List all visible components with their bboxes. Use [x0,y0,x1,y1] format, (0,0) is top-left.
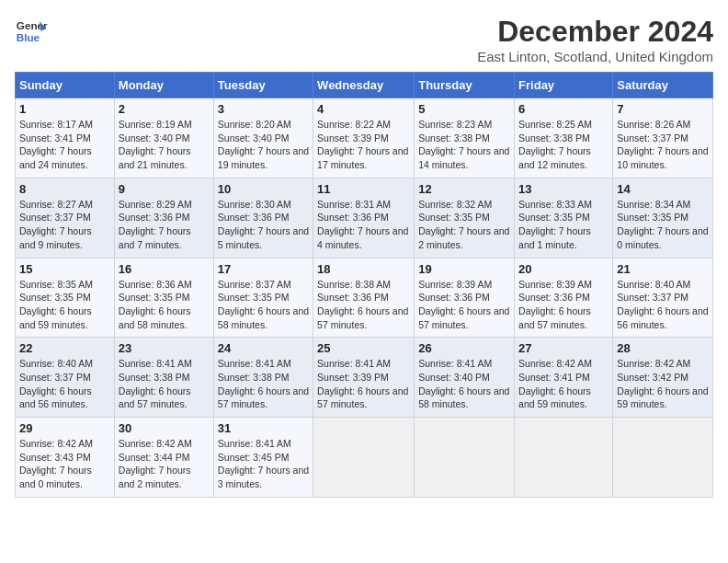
calendar-cell: 17Sunrise: 8:37 AM Sunset: 3:35 PM Dayli… [213,258,313,338]
day-number: 15 [19,262,110,276]
day-header-wednesday: Wednesday [313,73,415,98]
calendar-cell: 24Sunrise: 8:41 AM Sunset: 3:38 PM Dayli… [213,338,313,418]
day-number: 11 [317,182,410,196]
calendar-week-row: 22Sunrise: 8:40 AM Sunset: 3:37 PM Dayli… [16,338,713,418]
cell-info: Sunrise: 8:41 AM Sunset: 3:39 PM Dayligh… [317,358,408,409]
calendar-cell: 6Sunrise: 8:25 AM Sunset: 3:38 PM Daylig… [515,98,613,178]
day-number: 21 [617,262,709,276]
day-header-friday: Friday [515,73,613,98]
day-number: 25 [317,341,410,355]
calendar-cell: 12Sunrise: 8:32 AM Sunset: 3:35 PM Dayli… [415,178,515,258]
cell-info: Sunrise: 8:26 AM Sunset: 3:37 PM Dayligh… [617,119,708,170]
calendar-table: SundayMondayTuesdayWednesdayThursdayFrid… [15,72,713,498]
calendar-cell: 18Sunrise: 8:38 AM Sunset: 3:36 PM Dayli… [313,258,415,338]
day-header-monday: Monday [114,73,213,98]
cell-info: Sunrise: 8:39 AM Sunset: 3:36 PM Dayligh… [418,279,509,330]
cell-info: Sunrise: 8:42 AM Sunset: 3:41 PM Dayligh… [518,358,592,409]
calendar-week-row: 15Sunrise: 8:35 AM Sunset: 3:35 PM Dayli… [16,258,713,338]
calendar-cell: 9Sunrise: 8:29 AM Sunset: 3:36 PM Daylig… [114,178,213,258]
day-number: 28 [617,341,709,355]
calendar-cell [313,418,415,498]
day-number: 22 [19,341,110,355]
day-number: 8 [19,182,110,196]
svg-text:Blue: Blue [17,31,40,43]
calendar-cell: 10Sunrise: 8:30 AM Sunset: 3:36 PM Dayli… [213,178,313,258]
logo-icon: General Blue [15,15,48,48]
day-number: 5 [418,102,510,116]
calendar-cell: 7Sunrise: 8:26 AM Sunset: 3:37 PM Daylig… [613,98,713,178]
calendar-cell: 11Sunrise: 8:31 AM Sunset: 3:36 PM Dayli… [313,178,415,258]
day-number: 14 [617,182,709,196]
cell-info: Sunrise: 8:36 AM Sunset: 3:35 PM Dayligh… [119,279,192,330]
cell-info: Sunrise: 8:34 AM Sunset: 3:35 PM Dayligh… [617,199,708,250]
day-number: 1 [19,102,110,116]
cell-info: Sunrise: 8:35 AM Sunset: 3:35 PM Dayligh… [19,279,93,330]
day-number: 10 [218,182,309,196]
cell-info: Sunrise: 8:27 AM Sunset: 3:37 PM Dayligh… [19,199,93,250]
cell-info: Sunrise: 8:39 AM Sunset: 3:36 PM Dayligh… [518,279,592,330]
day-number: 4 [317,102,410,116]
day-header-saturday: Saturday [613,73,713,98]
cell-info: Sunrise: 8:41 AM Sunset: 3:38 PM Dayligh… [119,358,192,409]
calendar-cell: 30Sunrise: 8:42 AM Sunset: 3:44 PM Dayli… [114,418,213,498]
calendar-cell: 1Sunrise: 8:17 AM Sunset: 3:41 PM Daylig… [16,98,115,178]
day-number: 17 [218,262,309,276]
calendar-cell: 29Sunrise: 8:42 AM Sunset: 3:43 PM Dayli… [16,418,115,498]
day-number: 27 [518,341,609,355]
day-number: 6 [518,102,609,116]
calendar-cell: 16Sunrise: 8:36 AM Sunset: 3:35 PM Dayli… [114,258,213,338]
cell-info: Sunrise: 8:41 AM Sunset: 3:40 PM Dayligh… [418,358,509,409]
cell-info: Sunrise: 8:32 AM Sunset: 3:35 PM Dayligh… [418,199,509,250]
calendar-week-row: 1Sunrise: 8:17 AM Sunset: 3:41 PM Daylig… [16,98,713,178]
cell-info: Sunrise: 8:25 AM Sunset: 3:38 PM Dayligh… [518,119,592,170]
cell-info: Sunrise: 8:33 AM Sunset: 3:35 PM Dayligh… [518,199,592,250]
calendar-cell: 14Sunrise: 8:34 AM Sunset: 3:35 PM Dayli… [613,178,713,258]
calendar-cell [515,418,613,498]
calendar-cell: 21Sunrise: 8:40 AM Sunset: 3:37 PM Dayli… [613,258,713,338]
calendar-cell: 27Sunrise: 8:42 AM Sunset: 3:41 PM Dayli… [515,338,613,418]
calendar-header-row: SundayMondayTuesdayWednesdayThursdayFrid… [16,73,713,98]
day-number: 12 [418,182,510,196]
cell-info: Sunrise: 8:40 AM Sunset: 3:37 PM Dayligh… [19,358,93,409]
day-number: 31 [218,421,309,435]
cell-info: Sunrise: 8:42 AM Sunset: 3:43 PM Dayligh… [19,438,93,489]
day-header-sunday: Sunday [16,73,115,98]
cell-info: Sunrise: 8:37 AM Sunset: 3:35 PM Dayligh… [218,279,309,330]
day-number: 26 [418,341,510,355]
calendar-cell: 5Sunrise: 8:23 AM Sunset: 3:38 PM Daylig… [415,98,515,178]
cell-info: Sunrise: 8:42 AM Sunset: 3:42 PM Dayligh… [617,358,708,409]
calendar-cell: 8Sunrise: 8:27 AM Sunset: 3:37 PM Daylig… [16,178,115,258]
cell-info: Sunrise: 8:41 AM Sunset: 3:38 PM Dayligh… [218,358,309,409]
calendar-cell: 28Sunrise: 8:42 AM Sunset: 3:42 PM Dayli… [613,338,713,418]
cell-info: Sunrise: 8:22 AM Sunset: 3:39 PM Dayligh… [317,119,408,170]
cell-info: Sunrise: 8:30 AM Sunset: 3:36 PM Dayligh… [218,199,309,250]
day-number: 29 [19,421,110,435]
calendar-week-row: 8Sunrise: 8:27 AM Sunset: 3:37 PM Daylig… [16,178,713,258]
cell-info: Sunrise: 8:40 AM Sunset: 3:37 PM Dayligh… [617,279,708,330]
day-number: 19 [418,262,510,276]
calendar-cell: 15Sunrise: 8:35 AM Sunset: 3:35 PM Dayli… [16,258,115,338]
calendar-cell: 4Sunrise: 8:22 AM Sunset: 3:39 PM Daylig… [313,98,415,178]
calendar-cell: 31Sunrise: 8:41 AM Sunset: 3:45 PM Dayli… [213,418,313,498]
calendar-cell: 2Sunrise: 8:19 AM Sunset: 3:40 PM Daylig… [114,98,213,178]
cell-info: Sunrise: 8:23 AM Sunset: 3:38 PM Dayligh… [418,119,509,170]
calendar-cell: 25Sunrise: 8:41 AM Sunset: 3:39 PM Dayli… [313,338,415,418]
day-number: 30 [119,421,210,435]
day-number: 2 [119,102,210,116]
month-title: December 2024 [477,15,713,49]
cell-info: Sunrise: 8:20 AM Sunset: 3:40 PM Dayligh… [218,119,309,170]
day-number: 16 [119,262,210,276]
cell-info: Sunrise: 8:38 AM Sunset: 3:36 PM Dayligh… [317,279,408,330]
calendar-cell: 20Sunrise: 8:39 AM Sunset: 3:36 PM Dayli… [515,258,613,338]
cell-info: Sunrise: 8:29 AM Sunset: 3:36 PM Dayligh… [119,199,192,250]
cell-info: Sunrise: 8:19 AM Sunset: 3:40 PM Dayligh… [119,119,192,170]
title-block: December 2024 East Linton, Scotland, Uni… [477,15,713,64]
calendar-cell: 3Sunrise: 8:20 AM Sunset: 3:40 PM Daylig… [213,98,313,178]
cell-info: Sunrise: 8:42 AM Sunset: 3:44 PM Dayligh… [119,438,192,489]
calendar-week-row: 29Sunrise: 8:42 AM Sunset: 3:43 PM Dayli… [16,418,713,498]
cell-info: Sunrise: 8:31 AM Sunset: 3:36 PM Dayligh… [317,199,408,250]
calendar-cell: 13Sunrise: 8:33 AM Sunset: 3:35 PM Dayli… [515,178,613,258]
day-number: 3 [218,102,309,116]
calendar-cell [415,418,515,498]
cell-info: Sunrise: 8:41 AM Sunset: 3:45 PM Dayligh… [218,438,309,489]
